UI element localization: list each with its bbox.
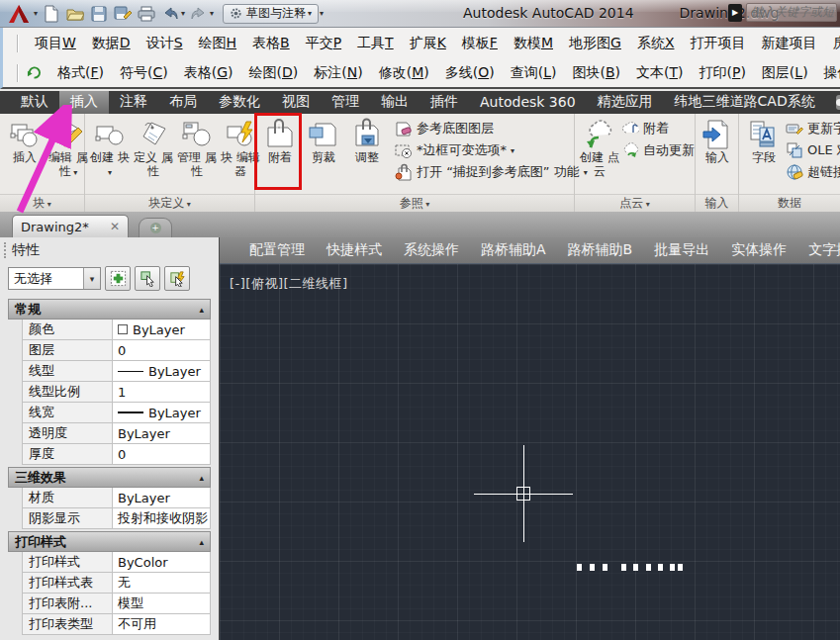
open-file-button[interactable]	[64, 3, 85, 24]
menu-item[interactable]: 新建项目	[753, 32, 824, 55]
select-objects-button[interactable]	[135, 266, 160, 291]
menu-item[interactable]: 表格(G)	[176, 61, 241, 85]
ribbon-tab-布局[interactable]: 布局	[158, 91, 208, 114]
property-value[interactable]: ByLayer	[113, 423, 211, 444]
redo-history-caret[interactable]: ▾	[210, 9, 214, 18]
ribbon-tab-参数化[interactable]: 参数化	[208, 91, 271, 114]
ribbon-button-point-cloud-attach[interactable]: 附着	[621, 120, 695, 137]
selection-dropdown[interactable]: 无选择 ▾	[8, 267, 101, 290]
undo-history-caret[interactable]: ▾	[181, 9, 185, 18]
ribbon-button-auto-update[interactable]: 自动更新	[621, 141, 695, 159]
ribbon-button-create-block[interactable]: 创建 块	[88, 116, 132, 194]
menu-item[interactable]: 修改(M)	[371, 61, 437, 85]
menu-item[interactable]: 操作(D)	[816, 61, 840, 85]
menu-item[interactable]: 查询(L)	[503, 61, 565, 85]
qat-customize-caret[interactable]: ▾	[320, 9, 324, 18]
panel-label-import[interactable]: 输入	[696, 194, 738, 212]
ribbon-button-update-fields[interactable]: 更新字	[786, 120, 840, 137]
property-value[interactable]: 0	[113, 444, 211, 465]
menu-item[interactable]: 项目W	[27, 32, 84, 55]
ribbon-button-import[interactable]: 输入	[696, 116, 739, 194]
ribbon-display-toggle-button[interactable]: ▾	[836, 95, 840, 110]
canvas-menu-实体操作[interactable]: 实体操作	[720, 241, 797, 259]
menu-item[interactable]: 绘图(D)	[241, 61, 307, 85]
panel-label-point-cloud[interactable]: 点云	[575, 194, 695, 212]
property-value[interactable]: ByLayer	[113, 403, 211, 423]
menu-item[interactable]: 符号(C)	[112, 61, 176, 85]
menu-item[interactable]: 系统X	[629, 32, 683, 55]
panel-label-block-definition[interactable]: 块定义	[85, 194, 254, 212]
infocenter-expand-button[interactable]: ▶	[728, 4, 742, 22]
ribbon-button-adjust[interactable]: 调整	[345, 116, 389, 194]
canvas-menu-配置管理[interactable]: 配置管理	[238, 241, 316, 259]
property-value[interactable]: ByLayer	[113, 320, 211, 340]
canvas-menu-批量导出[interactable]: 批量导出	[643, 241, 720, 259]
property-value[interactable]: 不可用	[113, 614, 211, 635]
property-value[interactable]: 0	[113, 340, 211, 361]
ribbon-tab-视图[interactable]: 视图	[271, 91, 321, 114]
toolbar-grip[interactable]	[17, 35, 19, 52]
undo-button[interactable]	[159, 3, 180, 24]
menu-item[interactable]: 数模M	[506, 32, 561, 55]
property-value[interactable]: ByColor	[113, 552, 211, 573]
ribbon-tab-输出[interactable]: 输出	[370, 91, 420, 114]
menu-item[interactable]: 打开项目	[682, 32, 753, 55]
property-value[interactable]: ByLayer	[113, 488, 211, 508]
menu-item[interactable]: 文本(T)	[628, 61, 692, 85]
section-header[interactable]: 常规▴	[8, 299, 211, 320]
canvas-menu-快捷样式[interactable]: 快捷样式	[316, 241, 393, 259]
ribbon-button-snap-to-underlay[interactable]: 打开 “捕捉到参考底图” 功能	[395, 163, 588, 181]
quick-select-button[interactable]	[164, 266, 190, 291]
ribbon-button-underlay-layers[interactable]: 参考底图图层	[395, 120, 588, 137]
ribbon-button-manage-attribute[interactable]: 管理 属性	[175, 116, 219, 194]
menu-item[interactable]: 图块(B)	[564, 61, 628, 85]
property-value[interactable]: 投射和接收阴影	[113, 508, 211, 529]
search-input[interactable]: 键入关键字或短语	[746, 3, 837, 22]
ribbon-button-create-point-cloud[interactable]: 创建 点云	[578, 116, 621, 194]
menu-item[interactable]: 模板F	[454, 32, 506, 55]
ribbon-tab-管理[interactable]: 管理	[321, 91, 370, 114]
menu-item[interactable]: 地形图G	[561, 32, 629, 55]
section-header[interactable]: 打印样式▴	[8, 531, 211, 552]
section-header[interactable]: 三维效果▴	[8, 467, 211, 488]
menu-item[interactable]: 表格B	[244, 32, 298, 55]
save-button[interactable]	[88, 3, 109, 24]
ribbon-button-hyperlink[interactable]: 超链接	[786, 163, 840, 181]
menu-item[interactable]: 多线(O)	[437, 61, 503, 85]
property-value[interactable]: 1	[113, 382, 211, 403]
property-value[interactable]: 无	[113, 573, 211, 594]
ribbon-tab-精选应用[interactable]: 精选应用	[587, 91, 664, 114]
ribbon-tab-纬地三维道路CAD系统[interactable]: 纬地三维道路CAD系统	[664, 91, 826, 114]
canvas-menu-文字操作[interactable]: 文字操作	[797, 241, 840, 259]
workspace-switcher[interactable]: 草图与注释 ▾	[223, 4, 319, 24]
menu-item[interactable]: 标注(N)	[306, 61, 370, 85]
ribbon-tab-注释[interactable]: 注释	[109, 91, 158, 114]
canvas-menu-路桥辅助A[interactable]: 路桥辅助A	[470, 241, 557, 259]
toggle-pickadd-button[interactable]	[105, 266, 131, 291]
property-value[interactable]: 模型	[113, 594, 211, 614]
property-value[interactable]: ByLayer	[113, 361, 211, 382]
new-tab-button[interactable]: +	[139, 218, 172, 237]
canvas-menu-系统操作[interactable]: 系统操作	[393, 241, 470, 259]
ribbon-button-ole-object[interactable]: OLE 对	[786, 141, 840, 159]
menu-item[interactable]: 格式(F)	[49, 61, 112, 85]
menu-item[interactable]: 设计S	[139, 32, 191, 55]
menu-item[interactable]: 房砼沟口-房砼村.PRJ	[824, 32, 840, 55]
canvas-menu-路桥辅助B[interactable]: 路桥辅助B	[557, 241, 644, 259]
plot-button[interactable]	[136, 3, 156, 24]
new-file-button[interactable]	[41, 3, 61, 24]
menu-item[interactable]: 工具T	[349, 32, 402, 55]
ribbon-tab-Autodesk 360[interactable]: Autodesk 360	[469, 92, 587, 113]
save-as-button[interactable]	[112, 3, 133, 24]
panel-label-data[interactable]: 数据	[739, 194, 840, 212]
menu-item[interactable]: 图层(L)	[754, 61, 816, 85]
drawing-canvas[interactable]: 配置管理快捷样式系统操作路桥辅助A路桥辅助B批量导出实体操作文字操作曲线操作 […	[220, 237, 840, 640]
ribbon-button-define-attribute[interactable]: 定义 属性	[132, 116, 175, 194]
ribbon-tab-插件[interactable]: 插件	[420, 91, 469, 114]
menu-item[interactable]: 数据D	[84, 32, 139, 55]
viewport-controls[interactable]: [-][俯视][二维线框]	[230, 275, 348, 293]
panel-label-reference[interactable]: 参照	[255, 194, 574, 212]
redo-button[interactable]	[188, 3, 209, 24]
menu-item[interactable]: 扩展K	[402, 32, 454, 55]
ribbon-button-field[interactable]: 字段	[742, 116, 786, 194]
